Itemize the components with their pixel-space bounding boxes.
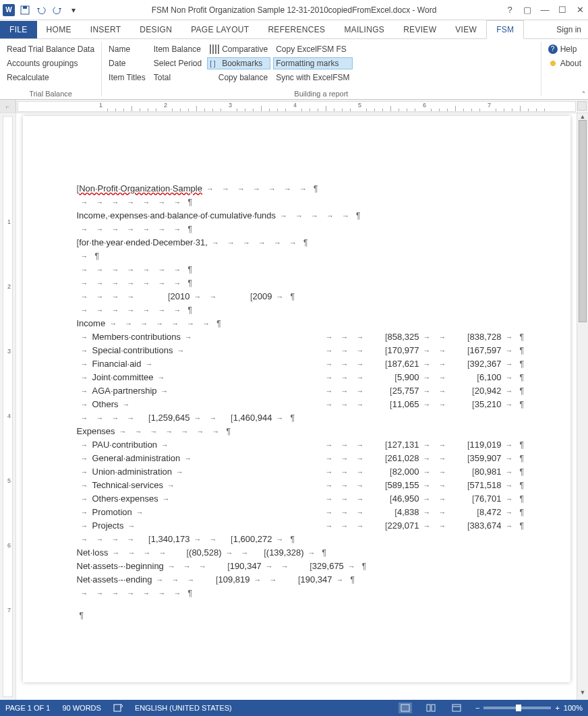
zoom-level[interactable]: 100% — [564, 704, 583, 712]
date-button[interactable]: Date — [106, 57, 148, 69]
vertical-scrollbar[interactable]: ▲ ▼ — [577, 113, 588, 700]
group-trial-balance: Read Trial Balance Data Accounts groupin… — [0, 39, 101, 99]
text-line: 1,259,6451,460,944 — [77, 413, 530, 425]
ribbon-options-icon[interactable]: ▢ — [522, 5, 533, 15]
tab-review[interactable]: REVIEW — [394, 21, 446, 38]
title-bar: W ▾ FSM Non Profit Organization Sample 1… — [0, 0, 588, 20]
text-line: Non·Profit·Organization·Sample — [77, 183, 530, 196]
bookmarks-button[interactable]: Bookmarks — [207, 57, 270, 69]
tab-insert[interactable]: INSERT — [81, 21, 131, 38]
close-icon[interactable]: ✕ — [575, 5, 585, 15]
undo-icon[interactable] — [35, 4, 47, 16]
zoom-slider[interactable] — [483, 707, 551, 709]
tab-view[interactable]: VIEW — [446, 21, 486, 38]
document-page[interactable]: Non·Profit·Organization·SampleIncome,·ex… — [23, 116, 570, 682]
qat-customize-icon[interactable]: ▾ — [67, 4, 80, 16]
help-button[interactable]: Help — [546, 43, 584, 55]
help-icon[interactable]: ? — [504, 5, 515, 15]
zoom-in-icon[interactable]: + — [555, 704, 559, 712]
comparative-icon — [210, 44, 219, 54]
word-count[interactable]: 90 WORDS — [62, 704, 100, 712]
total-button[interactable]: Total — [151, 71, 204, 84]
copy-balance-button[interactable]: Copy balance — [207, 71, 270, 84]
ruler-toggle[interactable] — [577, 101, 587, 111]
word-app-icon: W — [3, 4, 15, 16]
text-line: Promotion4,8388,472 — [77, 507, 530, 520]
group-building-report: Name Date Item Titles Item Balance Selec… — [102, 39, 541, 99]
page-scroll[interactable]: Non·Profit·Organization·SampleIncome,·ex… — [16, 113, 577, 700]
text-line: Technical·services589,155571,518 — [77, 480, 530, 493]
text-line: Expenses — [77, 426, 530, 439]
maximize-icon[interactable]: ☐ — [557, 5, 568, 15]
name-button[interactable]: Name — [106, 43, 148, 55]
proofing-icon[interactable] — [113, 703, 123, 713]
text-line: Net·loss(80,528)(139,328) — [77, 547, 530, 560]
zoom-out-icon[interactable]: − — [475, 704, 479, 712]
page-indicator[interactable]: PAGE 1 OF 1 — [5, 704, 50, 712]
sign-in-link[interactable]: Sign in — [556, 21, 581, 38]
help-label: Help — [560, 44, 577, 54]
zoom-control[interactable]: − + 100% — [475, 704, 583, 712]
window-controls: ? ▢ — ☐ ✕ — [504, 5, 585, 15]
svg-rect-1 — [23, 6, 27, 9]
tab-page-layout[interactable]: PAGE LAYOUT — [181, 21, 258, 38]
comparative-button[interactable]: Comparative — [207, 43, 270, 55]
comparative-label: Comparative — [222, 44, 268, 54]
about-button[interactable]: About — [546, 57, 584, 69]
minimize-icon[interactable]: — — [539, 5, 550, 15]
copy-excelfsm-button[interactable]: Copy ExcelFSM FS — [273, 43, 352, 55]
text-line: Joint·committee5,9006,100 — [77, 372, 530, 385]
scroll-thumb[interactable] — [579, 120, 587, 322]
text-line: Others·expenses46,95076,701 — [77, 494, 530, 506]
scroll-down-icon[interactable]: ▼ — [577, 689, 588, 700]
text-line: General·administration261,028359,907 — [77, 453, 530, 466]
tab-references[interactable]: REFERENCES — [258, 21, 334, 38]
text-line: 1,340,1731,600,272 — [77, 534, 530, 547]
text-line: Projects229,071383,674 — [77, 520, 530, 533]
language-indicator[interactable]: ENGLISH (UNITED STATES) — [135, 704, 232, 712]
select-period-button[interactable]: Select Period — [151, 57, 204, 69]
help-icon — [548, 44, 558, 54]
redo-icon[interactable] — [51, 4, 63, 16]
print-layout-view-icon[interactable] — [399, 703, 412, 713]
svg-rect-2 — [114, 705, 121, 711]
text-line: 20102009 — [77, 291, 530, 304]
about-icon — [548, 59, 558, 68]
svg-rect-4 — [427, 705, 430, 711]
tab-design[interactable]: DESIGN — [130, 21, 181, 38]
tab-home[interactable]: HOME — [37, 21, 81, 38]
bookmarks-label: Bookmarks — [222, 59, 262, 68]
text-line: for·the·year·ended·December·31, — [77, 237, 530, 250]
status-bar: PAGE 1 OF 1 90 WORDS ENGLISH (UNITED STA… — [0, 700, 588, 716]
text-line: Union·administration82,00080,981 — [77, 467, 530, 479]
ribbon: Read Trial Balance Data Accounts groupin… — [0, 39, 588, 100]
recalculate-button[interactable]: Recalculate — [4, 71, 97, 84]
text-line — [77, 305, 530, 318]
tab-fsm[interactable]: FSM — [486, 20, 524, 39]
text-line — [77, 278, 530, 291]
tab-file[interactable]: FILE — [0, 21, 37, 38]
vertical-ruler[interactable]: 1234567 — [0, 113, 16, 700]
sync-excelfsm-button[interactable]: Sync with ExcelFSM — [273, 71, 352, 84]
horizontal-ruler[interactable]: ⌐ 1234567 — [0, 100, 588, 113]
text-line — [77, 251, 530, 264]
text-line: Special·contributions170,977167,597 — [77, 345, 530, 358]
read-trial-balance-button[interactable]: Read Trial Balance Data — [4, 43, 97, 55]
svg-rect-3 — [401, 705, 409, 711]
accounts-groupings-button[interactable]: Accounts groupings — [4, 57, 97, 69]
document-title: FSM Non Profit Organization Sample 12-31… — [152, 5, 437, 15]
text-line: Net·assets·-·beginning190,347329,675 — [77, 561, 530, 574]
formatting-marks-button[interactable]: Formatting marks — [273, 57, 352, 69]
text-line: Income — [77, 318, 530, 331]
svg-rect-6 — [452, 705, 461, 711]
read-mode-view-icon[interactable] — [424, 703, 438, 713]
text-line: Members·contributions858,325838,728 — [77, 332, 530, 345]
tab-selector[interactable]: ⌐ — [0, 100, 16, 113]
web-layout-view-icon[interactable] — [450, 703, 463, 713]
tab-mailings[interactable]: MAILINGS — [334, 21, 394, 38]
item-titles-button[interactable]: Item Titles — [106, 71, 148, 84]
save-icon[interactable] — [19, 4, 31, 16]
item-balance-button[interactable]: Item Balance — [151, 43, 204, 55]
collapse-ribbon-icon[interactable]: ˄ — [582, 90, 585, 98]
text-line: Financial·aid187,621392,367 — [77, 359, 530, 371]
